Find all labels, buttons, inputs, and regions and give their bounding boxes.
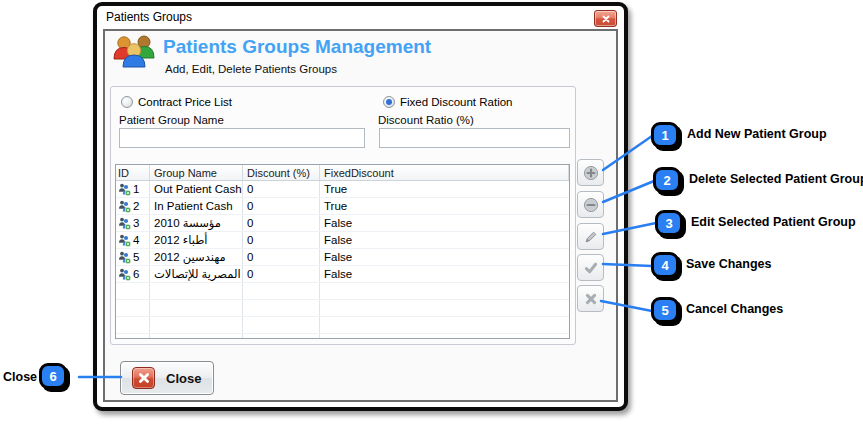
radio-fixed-discount-ration-label: Fixed Discount Ration [400, 96, 513, 108]
discount-ratio-input[interactable] [379, 128, 570, 148]
column-header-id[interactable]: ID [116, 165, 150, 180]
row-id: 1 [133, 183, 139, 195]
window-title: Patients Groups [106, 10, 192, 24]
patient-group-row-icon [118, 234, 131, 247]
column-header-fixed-discount[interactable]: FixedDiscount [320, 165, 569, 180]
table-row[interactable]: 2 In Patient Cash 0 True [116, 198, 569, 215]
close-button[interactable]: Close [120, 361, 214, 395]
row-group-name: Out Patient Cash [154, 183, 242, 195]
table-row-empty [116, 334, 569, 339]
checkmark-icon [583, 260, 599, 276]
patient-group-row-icon [118, 217, 131, 230]
radio-contract-price-list[interactable] [121, 96, 133, 108]
radio-fixed-discount-ration[interactable] [383, 96, 395, 108]
save-changes-button[interactable] [577, 254, 604, 281]
row-discount: 0 [247, 217, 253, 229]
close-button-label: Close [166, 371, 201, 386]
row-id: 2 [133, 200, 139, 212]
page-title: Patients Groups Management [163, 36, 431, 58]
table-row[interactable]: 6 المصرية للإتصالات 0 False [116, 266, 569, 283]
table-header-row: ID Group Name Discount (%) FixedDiscount [116, 165, 569, 181]
row-fixed-discount: False [324, 217, 352, 229]
callout-5: 5 [651, 297, 679, 323]
callout-5-label: Cancel Changes [686, 302, 783, 316]
callout-2-label: Delete Selected Patient Group [689, 172, 863, 186]
row-discount: 0 [247, 200, 253, 212]
callout-2: 2 [653, 167, 681, 193]
row-fixed-discount: False [324, 234, 352, 246]
row-id: 3 [133, 217, 139, 229]
minus-circle-icon [583, 197, 599, 213]
callout-4-label: Save Changes [686, 257, 771, 271]
patient-group-row-icon [118, 268, 131, 281]
row-group-name: مؤسسة 2010 [154, 216, 221, 230]
table-row[interactable]: 5 مهندسين 2012 0 False [116, 249, 569, 266]
row-group-name: In Patient Cash [154, 200, 233, 212]
discount-ratio-label: Discount Ratio (%) [378, 114, 474, 126]
row-discount: 0 [247, 251, 253, 263]
patient-group-name-input[interactable] [119, 128, 365, 148]
callout-1-label: Add New Patient Group [687, 127, 827, 141]
row-fixed-discount: True [324, 200, 347, 212]
pencil-icon [583, 229, 599, 245]
row-fixed-discount: False [324, 251, 352, 263]
groups-groupbox: Contract Price List Fixed Discount Ratio… [110, 86, 576, 345]
dialog-panel: Patients Groups Management Add, Edit, De… [103, 29, 618, 402]
column-header-group-name[interactable]: Group Name [150, 165, 243, 180]
cancel-changes-button[interactable] [577, 285, 604, 312]
titlebar[interactable]: Patients Groups [97, 6, 624, 28]
x-mark-icon [583, 291, 599, 307]
edit-patient-group-button[interactable] [577, 223, 604, 250]
patients-group-icon [111, 34, 159, 78]
table-row[interactable]: 3 مؤسسة 2010 0 False [116, 215, 569, 232]
red-x-icon [132, 367, 155, 389]
patient-group-name-label: Patient Group Name [119, 114, 224, 126]
window-close-button[interactable] [594, 10, 617, 27]
plus-circle-icon [583, 165, 599, 181]
callout-1: 1 [651, 122, 679, 148]
row-discount: 0 [247, 268, 253, 280]
close-icon [602, 15, 610, 23]
callout-3-label: Edit Selected Patient Group [691, 215, 856, 229]
table-row-empty [116, 283, 569, 300]
callout-4: 4 [651, 252, 679, 278]
patient-groups-table: ID Group Name Discount (%) FixedDiscount… [115, 164, 570, 339]
callout-6: 6 [39, 363, 67, 389]
patient-group-row-icon [118, 200, 131, 213]
column-header-discount[interactable]: Discount (%) [243, 165, 320, 180]
row-fixed-discount: False [324, 268, 352, 280]
row-discount: 0 [247, 234, 253, 246]
add-patient-group-button[interactable] [577, 159, 604, 186]
row-group-name: أطباء 2012 [154, 233, 208, 247]
delete-patient-group-button[interactable] [577, 191, 604, 218]
table-row[interactable]: 1 Out Patient Cash 0 True [116, 181, 569, 198]
row-id: 6 [133, 268, 139, 280]
callout-6-label: Close [3, 370, 37, 384]
patient-group-row-icon [118, 251, 131, 264]
row-id: 5 [133, 251, 139, 263]
row-group-name: مهندسين 2012 [154, 250, 226, 264]
screenshot-stage: Patients Groups Patients Groups Manageme… [0, 0, 863, 425]
patient-group-row-icon [118, 183, 131, 196]
radio-contract-price-list-label: Contract Price List [138, 96, 232, 108]
callout-3: 3 [655, 210, 683, 236]
table-row-empty [116, 317, 569, 334]
table-row-empty [116, 300, 569, 317]
row-id: 4 [133, 234, 139, 246]
row-fixed-discount: True [324, 183, 347, 195]
row-discount: 0 [247, 183, 253, 195]
page-subtitle: Add, Edit, Delete Patients Groups [165, 63, 337, 75]
row-group-name: المصرية للإتصالات [154, 267, 241, 281]
patients-groups-dialog: Patients Groups Patients Groups Manageme… [93, 2, 628, 411]
table-row[interactable]: 4 أطباء 2012 0 False [116, 232, 569, 249]
